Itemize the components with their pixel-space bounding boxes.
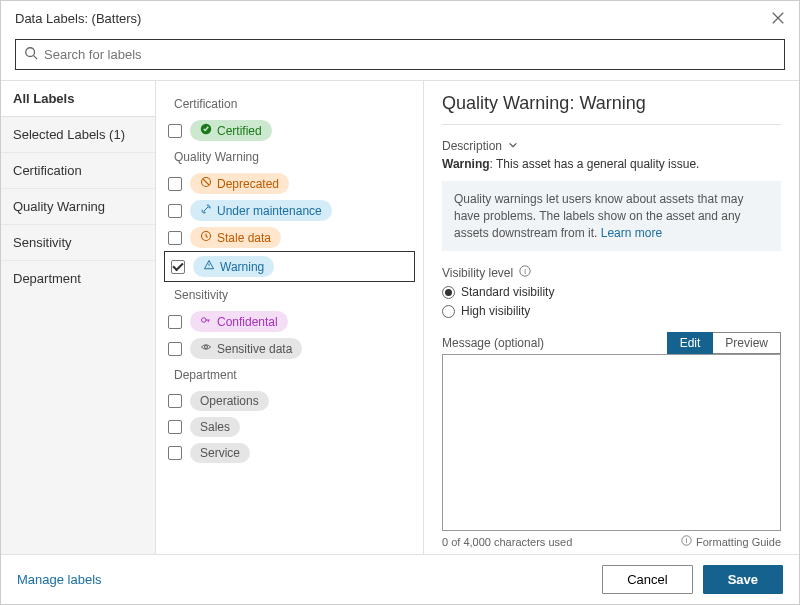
pill-label: Under maintenance <box>217 204 322 218</box>
chevron-down-icon <box>508 139 518 153</box>
key-icon <box>200 314 212 329</box>
sidebar-item-selected[interactable]: Selected Labels (1) <box>1 117 155 153</box>
visibility-standard[interactable]: Standard visibility <box>442 285 781 299</box>
radio-label: High visibility <box>461 304 530 318</box>
sidebar-header-all-labels[interactable]: All Labels <box>1 81 155 117</box>
description-bold: Warning <box>442 157 490 171</box>
section-title-quality: Quality Warning <box>156 144 423 170</box>
pill-deprecated: Deprecated <box>190 173 289 194</box>
description-text: Warning: This asset has a general qualit… <box>442 157 781 171</box>
label-row-confidential[interactable]: Confidental <box>156 308 423 335</box>
label-row-under-maintenance[interactable]: Under maintenance <box>156 197 423 224</box>
checkbox-operations[interactable] <box>168 394 182 408</box>
info-icon: i <box>681 535 692 548</box>
cancel-button[interactable]: Cancel <box>602 565 692 594</box>
pill-label: Sensitive data <box>217 342 292 356</box>
stale-icon <box>200 230 212 245</box>
checkbox-confidential[interactable] <box>168 315 182 329</box>
tab-edit[interactable]: Edit <box>667 332 714 354</box>
pill-warning: Warning <box>193 256 274 277</box>
learn-more-link[interactable]: Learn more <box>601 226 662 240</box>
svg-text:i: i <box>524 267 526 276</box>
svg-point-4 <box>202 318 207 323</box>
description-label: Description <box>442 139 502 153</box>
info-icon[interactable]: i <box>519 265 531 280</box>
description-body: : This asset has a general quality issue… <box>490 157 700 171</box>
visibility-high[interactable]: High visibility <box>442 304 781 318</box>
search-input[interactable] <box>44 47 776 62</box>
radio-high[interactable] <box>442 305 455 318</box>
pill-label: Deprecated <box>217 177 279 191</box>
svg-text:i: i <box>686 537 688 544</box>
eye-icon <box>200 341 212 356</box>
pill-confidential: Confidental <box>190 311 288 332</box>
label-row-deprecated[interactable]: Deprecated <box>156 170 423 197</box>
label-row-operations[interactable]: Operations <box>156 388 423 414</box>
close-icon[interactable] <box>769 9 787 27</box>
sidebar: All Labels Selected Labels (1) Certifica… <box>1 81 156 554</box>
section-title-certification: Certification <box>156 91 423 117</box>
pill-under-maintenance: Under maintenance <box>190 200 332 221</box>
description-toggle[interactable]: Description <box>442 139 781 153</box>
message-label: Message (optional) <box>442 336 544 350</box>
info-box: Quality warnings let users know about as… <box>442 181 781 251</box>
pill-certified: Certified <box>190 120 272 141</box>
dialog-title: Data Labels: (Batters) <box>15 11 769 26</box>
sidebar-item-department[interactable]: Department <box>1 261 155 296</box>
section-title-department: Department <box>156 362 423 388</box>
checkbox-service[interactable] <box>168 446 182 460</box>
pill-label: Confidental <box>217 315 278 329</box>
label-list: Certification Certified Quality Warning … <box>156 81 423 554</box>
maintenance-icon <box>200 203 212 218</box>
radio-label: Standard visibility <box>461 285 554 299</box>
search-input-wrap[interactable] <box>15 39 785 70</box>
visibility-title: Visibility level <box>442 266 513 280</box>
sidebar-item-quality-warning[interactable]: Quality Warning <box>1 189 155 225</box>
sidebar-item-certification[interactable]: Certification <box>1 153 155 189</box>
deprecated-icon <box>200 176 212 191</box>
checkbox-sensitive-data[interactable] <box>168 342 182 356</box>
detail-title: Quality Warning: Warning <box>442 93 781 125</box>
pill-label: Operations <box>200 394 259 408</box>
search-icon <box>24 46 38 63</box>
label-row-stale-data[interactable]: Stale data <box>156 224 423 251</box>
checkbox-deprecated[interactable] <box>168 177 182 191</box>
pill-sensitive-data: Sensitive data <box>190 338 302 359</box>
message-textarea[interactable] <box>442 354 781 531</box>
pill-label: Service <box>200 446 240 460</box>
formatting-guide-label: Formatting Guide <box>696 536 781 548</box>
label-row-service[interactable]: Service <box>156 440 423 466</box>
pill-service: Service <box>190 443 250 463</box>
checkbox-under-maintenance[interactable] <box>168 204 182 218</box>
label-row-warning[interactable]: Warning <box>164 251 415 282</box>
pill-label: Certified <box>217 124 262 138</box>
char-count: 0 of 4,000 characters used <box>442 536 572 548</box>
check-badge-icon <box>200 123 212 138</box>
label-row-certified[interactable]: Certified <box>156 117 423 144</box>
svg-point-5 <box>205 346 208 349</box>
tab-preview[interactable]: Preview <box>713 332 781 354</box>
pill-stale-data: Stale data <box>190 227 281 248</box>
pill-label: Sales <box>200 420 230 434</box>
formatting-guide-link[interactable]: i Formatting Guide <box>681 535 781 548</box>
radio-standard[interactable] <box>442 286 455 299</box>
label-row-sensitive-data[interactable]: Sensitive data <box>156 335 423 362</box>
save-button[interactable]: Save <box>703 565 783 594</box>
detail-pane: Quality Warning: Warning Description War… <box>423 81 799 554</box>
warning-icon <box>203 259 215 274</box>
checkbox-sales[interactable] <box>168 420 182 434</box>
checkbox-warning[interactable] <box>171 260 185 274</box>
sidebar-item-sensitivity[interactable]: Sensitivity <box>1 225 155 261</box>
pill-sales: Sales <box>190 417 240 437</box>
pill-label: Warning <box>220 260 264 274</box>
label-row-sales[interactable]: Sales <box>156 414 423 440</box>
section-title-sensitivity: Sensitivity <box>156 282 423 308</box>
checkbox-certified[interactable] <box>168 124 182 138</box>
checkbox-stale-data[interactable] <box>168 231 182 245</box>
svg-point-0 <box>26 48 35 57</box>
pill-operations: Operations <box>190 391 269 411</box>
info-text: Quality warnings let users know about as… <box>454 192 743 240</box>
manage-labels-link[interactable]: Manage labels <box>17 572 102 587</box>
pill-label: Stale data <box>217 231 271 245</box>
